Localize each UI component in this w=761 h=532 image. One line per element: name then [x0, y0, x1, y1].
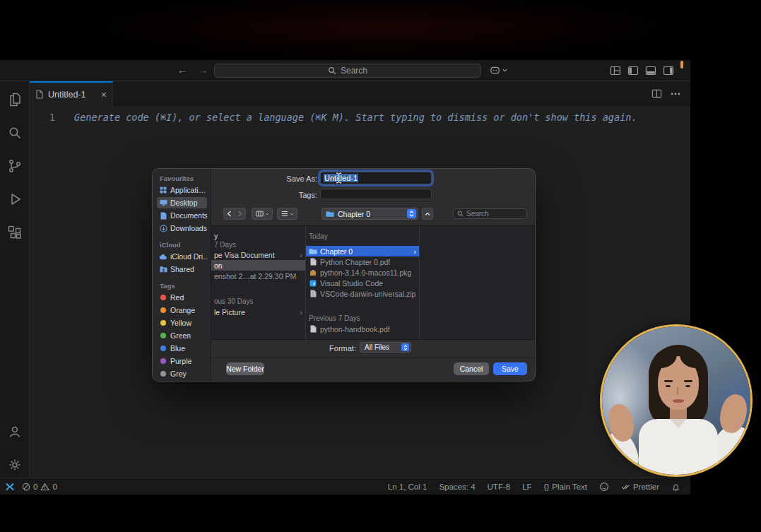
sidebar-item-desktop[interactable]: Desktop: [157, 197, 207, 208]
close-tab-icon[interactable]: ×: [101, 89, 107, 100]
chevron-up-icon: [425, 212, 430, 216]
search-icon: [328, 66, 336, 75]
cancel-button[interactable]: Cancel: [454, 362, 489, 375]
sidebar-tag-green[interactable]: Green: [157, 330, 207, 341]
sidebar-section-title: Tags: [160, 282, 207, 290]
accounts-icon[interactable]: [0, 423, 30, 440]
format-label: Format:: [259, 344, 356, 353]
sidebar-tag-orange[interactable]: Orange: [157, 305, 207, 316]
tags-input[interactable]: [320, 189, 432, 199]
remote-indicator-icon[interactable]: [4, 481, 16, 492]
sidebar-item-shared[interactable]: Shared: [157, 264, 207, 275]
split-editor-icon[interactable]: [651, 88, 662, 99]
save-dialog: Favourites Applicati… Desktop Documents …: [152, 168, 536, 382]
format-dropdown[interactable]: All Files: [360, 342, 411, 353]
sidebar-tag-red[interactable]: Red: [157, 292, 207, 303]
tab-label: Untitled-1: [48, 90, 86, 100]
command-center-search[interactable]: Search: [214, 64, 481, 78]
vscode-app-icon: [309, 280, 317, 287]
document-icon: [159, 212, 167, 220]
run-debug-icon[interactable]: [6, 191, 23, 208]
copilot-icon[interactable]: [490, 65, 507, 76]
parent-folder-button[interactable]: [422, 208, 433, 220]
dialog-forward-button[interactable]: [235, 208, 246, 220]
file-group-header: Previous 7 Days: [306, 313, 419, 324]
file-row[interactable]: VSCode-darwin-universal.zip: [306, 288, 419, 299]
folder-row[interactable]: pe Visa Document›: [211, 249, 305, 260]
more-actions-icon[interactable]: [671, 93, 680, 95]
folder-row-selected[interactable]: Chapter 0›: [306, 246, 419, 256]
cloud-icon: [159, 254, 167, 260]
sidebar-item-documents[interactable]: Documents: [157, 210, 207, 221]
toggle-secondary-sidebar-icon[interactable]: [662, 64, 675, 77]
tag-color-dot: [160, 371, 166, 377]
problems-status[interactable]: 0 0: [22, 483, 57, 491]
save-button[interactable]: Save: [493, 362, 527, 375]
file-group-header: Today: [306, 231, 419, 242]
explorer-icon[interactable]: [6, 91, 23, 108]
file-row[interactable]: python-handbook.pdf: [306, 324, 419, 334]
file-row[interactable]: enshot 2…at 2.29.30 PM: [211, 271, 305, 281]
titlebar: ← → Search: [0, 60, 690, 81]
location-value: Chapter 0: [338, 210, 370, 218]
line-number: 1: [30, 111, 55, 124]
location-dropdown[interactable]: Chapter 0: [321, 208, 418, 220]
tab-untitled-1[interactable]: Untitled-1 ×: [30, 81, 113, 106]
file-row[interactable]: Visual Studio Code: [306, 278, 419, 288]
settings-gear-icon[interactable]: [0, 456, 30, 473]
webcam-overlay: [600, 324, 753, 477]
desktop-icon: [159, 199, 167, 206]
folder-row-selected[interactable]: on: [211, 260, 305, 271]
applications-icon: [159, 187, 167, 194]
dialog-search-input[interactable]: Search: [453, 208, 527, 219]
errors-icon: [22, 483, 30, 491]
braces-icon: {}: [544, 483, 550, 491]
sidebar-tag-purple[interactable]: Purple: [157, 355, 207, 367]
folder-row[interactable]: le Picture›: [211, 307, 305, 317]
sidebar-item-icloud-drive[interactable]: iCloud Dri…: [157, 251, 207, 262]
encoding[interactable]: UTF-8: [488, 483, 511, 491]
file-row[interactable]: python-3.14.0-macos11.pkg: [306, 267, 419, 278]
extensions-icon[interactable]: [6, 224, 23, 241]
customize-layout-icon[interactable]: [609, 64, 622, 77]
screen: ← → Search: [0, 0, 761, 532]
sidebar-tag-grey[interactable]: Grey: [157, 368, 207, 379]
chevron-down-icon: [502, 69, 507, 72]
sidebar-tag-blue[interactable]: Blue: [157, 343, 207, 354]
browser-parent-column: y 7 Days pe Visa Document› on enshot 2…a…: [211, 226, 305, 341]
formatter-status[interactable]: Prettier: [621, 483, 659, 491]
toggle-sidebar-icon[interactable]: [627, 64, 639, 77]
history-back-icon[interactable]: ←: [177, 64, 187, 76]
person-eyebrow: [664, 380, 673, 382]
sidebar-item-applications[interactable]: Applicati…: [157, 184, 207, 196]
folder-icon: [309, 248, 317, 255]
feedback-smiley-icon[interactable]: [599, 482, 609, 492]
source-control-icon[interactable]: [6, 158, 23, 175]
dialog-back-button[interactable]: [223, 208, 235, 220]
dropdown-chevrons-icon: [401, 343, 409, 351]
toggle-panel-icon[interactable]: [644, 64, 657, 77]
group-by-button[interactable]: [277, 208, 297, 220]
shared-folder-icon: [159, 266, 167, 273]
cursor-position[interactable]: Ln 1, Col 1: [388, 483, 427, 491]
column-view-icon: [256, 211, 264, 217]
video-glow: [0, 0, 761, 60]
sidebar-tag-yellow[interactable]: Yellow: [157, 317, 207, 329]
view-mode-button[interactable]: [252, 208, 273, 220]
search-sidebar-icon[interactable]: [6, 124, 23, 141]
person-eyebrow: [684, 380, 692, 382]
folder-icon: [326, 211, 334, 218]
indentation[interactable]: Spaces: 4: [439, 483, 475, 491]
new-folder-button[interactable]: New Folder: [226, 362, 264, 375]
file-row[interactable]: Python Chapter 0.pdf: [306, 256, 419, 267]
history-forward-icon[interactable]: →: [199, 64, 208, 76]
sidebar-item-downloads[interactable]: Downloads: [157, 223, 207, 234]
file-browser: y 7 Days pe Visa Document› on enshot 2…a…: [211, 225, 536, 340]
file-group-header: ous 30 Days: [211, 296, 305, 307]
chevron-right-icon: ›: [413, 247, 416, 256]
pdf-file-icon: [309, 258, 317, 266]
eol-sequence[interactable]: LF: [522, 483, 531, 491]
language-mode[interactable]: {}Plain Text: [544, 483, 587, 491]
notifications-bell-icon[interactable]: [671, 483, 680, 492]
status-bar: 0 0 Ln 1, Col 1 Spaces: 4 UTF-8 LF {}Pla…: [0, 478, 690, 495]
